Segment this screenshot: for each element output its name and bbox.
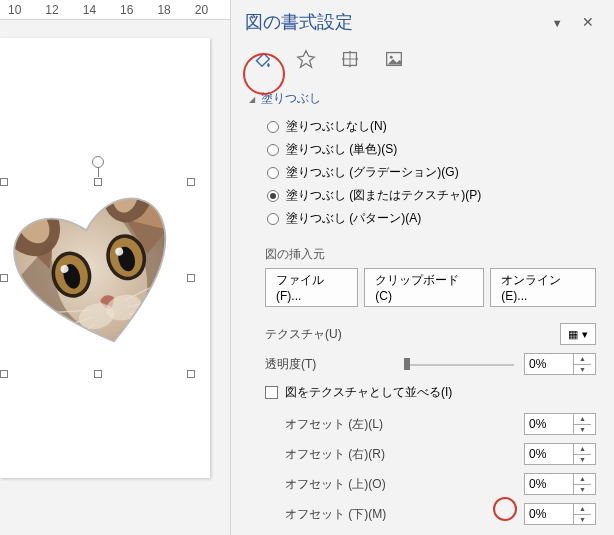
fill-picture-radio[interactable]: 塗りつぶし (図またはテクスチャ)(P) xyxy=(267,184,614,207)
clipboard-button[interactable]: クリップボード(C) xyxy=(364,268,484,307)
transparency-label: 透明度(T) xyxy=(265,356,404,373)
annotation-circle xyxy=(243,53,285,95)
transparency-spin[interactable]: ▲▼ xyxy=(524,353,596,375)
rotate-handle[interactable] xyxy=(92,156,104,168)
spin-up-icon[interactable]: ▲ xyxy=(574,354,591,365)
resize-handle[interactable] xyxy=(0,370,8,378)
offset-bottom-label: オフセット (下)(M) xyxy=(285,506,524,523)
picture-tab-icon[interactable] xyxy=(379,44,409,74)
fill-solid-radio[interactable]: 塗りつぶし (単色)(S) xyxy=(267,138,614,161)
online-button[interactable]: オンライン(E)... xyxy=(490,268,596,307)
offset-top-label: オフセット (上)(O) xyxy=(285,476,524,493)
format-picture-panel: 図の書式設定 ▼ ✕ 塗りつぶし 塗りつぶしなし(N) 塗りつぶし (単色)(S… xyxy=(230,0,614,535)
page xyxy=(0,38,210,478)
panel-title: 図の書式設定 xyxy=(245,10,353,34)
heart-shape[interactable] xyxy=(0,178,195,378)
document-canvas[interactable] xyxy=(0,20,230,535)
fill-gradient-radio[interactable]: 塗りつぶし (グラデーション)(G) xyxy=(267,161,614,184)
resize-handle[interactable] xyxy=(94,370,102,378)
radio-label: 塗りつぶし (図またはテクスチャ)(P) xyxy=(286,187,481,204)
resize-handle[interactable] xyxy=(187,178,195,186)
offset-right-spin[interactable]: ▲▼ xyxy=(524,443,596,465)
panel-menu-icon[interactable]: ▼ xyxy=(552,17,563,29)
radio-label: 塗りつぶしなし(N) xyxy=(286,118,387,135)
radio-label: 塗りつぶし (グラデーション)(G) xyxy=(286,164,459,181)
panel-tabs xyxy=(231,40,614,84)
offset-left-spin[interactable]: ▲▼ xyxy=(524,413,596,435)
spin-down-icon[interactable]: ▼ xyxy=(574,365,591,375)
size-tab-icon[interactable] xyxy=(335,44,365,74)
heart-image xyxy=(0,167,206,384)
close-icon[interactable]: ✕ xyxy=(576,12,600,32)
tile-checkbox[interactable]: 図をテクスチャとして並べる(I) xyxy=(265,379,596,409)
transparency-slider[interactable] xyxy=(404,356,514,372)
offset-top-spin[interactable]: ▲▼ xyxy=(524,473,596,495)
radio-label: 塗りつぶし (単色)(S) xyxy=(286,141,397,158)
offset-bottom-spin[interactable]: ▲▼ xyxy=(524,503,596,525)
fill-pattern-radio[interactable]: 塗りつぶし (パターン)(A) xyxy=(267,207,614,230)
svg-point-24 xyxy=(390,56,393,59)
offset-left-label: オフセット (左)(L) xyxy=(285,416,524,433)
file-button[interactable]: ファイル(F)... xyxy=(265,268,358,307)
checkbox-label: 図をテクスチャとして並べる(I) xyxy=(285,384,452,401)
annotation-circle xyxy=(493,497,517,521)
insert-from-label: 図の挿入元 xyxy=(265,246,596,268)
rotate-with-shape-checkbox[interactable]: 図形に合わせて回転する(W) xyxy=(265,529,596,535)
fill-none-radio[interactable]: 塗りつぶしなし(N) xyxy=(267,115,614,138)
radio-label: 塗りつぶし (パターン)(A) xyxy=(286,210,421,227)
resize-handle[interactable] xyxy=(0,178,8,186)
fill-section-header[interactable]: 塗りつぶし xyxy=(231,84,614,113)
svg-marker-21 xyxy=(298,51,315,68)
effects-tab-icon[interactable] xyxy=(291,44,321,74)
texture-label: テクスチャ(U) xyxy=(265,326,560,343)
resize-handle[interactable] xyxy=(187,370,195,378)
texture-picker[interactable]: ▦ ▾ xyxy=(560,323,596,345)
offset-right-label: オフセット (右)(R) xyxy=(285,446,524,463)
